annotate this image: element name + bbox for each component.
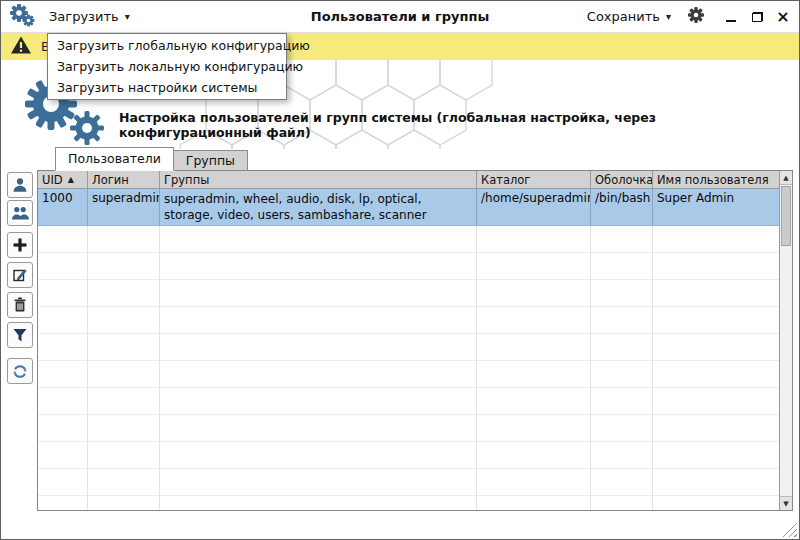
column-header-groups[interactable]: Группы bbox=[160, 171, 477, 188]
settings-gear-icon[interactable] bbox=[687, 6, 705, 28]
restore-icon bbox=[752, 12, 763, 22]
app-window: Загрузить ▾ Пользователи и группы Сохран… bbox=[0, 0, 800, 540]
resize-grip[interactable] bbox=[782, 522, 797, 537]
side-toolbar bbox=[7, 172, 33, 384]
filter-button[interactable] bbox=[7, 322, 33, 348]
save-menu-button[interactable]: Сохранить ▾ bbox=[585, 7, 673, 26]
table-header-row: UID ▲ Логин Группы Каталог Оболочка Имя … bbox=[38, 171, 779, 189]
group-button[interactable] bbox=[7, 200, 33, 226]
table-empty-area bbox=[38, 226, 779, 510]
column-divider bbox=[590, 226, 591, 510]
edit-button[interactable] bbox=[7, 262, 33, 288]
page-description: Настройка пользователей и групп системы … bbox=[119, 110, 779, 140]
cell-uid: 1000 bbox=[38, 189, 88, 225]
table-row[interactable]: 1000 superadmin superadmin, wheel, audio… bbox=[38, 189, 779, 226]
refresh-icon bbox=[11, 362, 29, 380]
load-dropdown-menu: Загрузить глобальную конфигурацию Загруз… bbox=[47, 33, 287, 100]
chevron-down-icon: ▾ bbox=[125, 11, 130, 22]
save-menu-label: Сохранить bbox=[587, 9, 660, 24]
cell-groups: superadmin, wheel, audio, disk, lp, opti… bbox=[160, 189, 477, 225]
close-icon: × bbox=[776, 9, 789, 25]
chevron-down-icon: ▾ bbox=[666, 11, 671, 22]
scroll-up-button[interactable]: ▲ bbox=[780, 171, 792, 185]
maximize-button[interactable] bbox=[749, 7, 765, 27]
scroll-down-button[interactable]: ▼ bbox=[780, 496, 792, 510]
tab-users[interactable]: Пользователи bbox=[55, 147, 174, 171]
scroll-up-icon: ▲ bbox=[783, 174, 788, 182]
column-divider bbox=[476, 226, 477, 510]
scroll-down-icon: ▼ bbox=[783, 500, 788, 508]
cell-shell: /bin/bash bbox=[591, 189, 653, 225]
vertical-scrollbar[interactable]: ▲ ▼ bbox=[779, 171, 792, 510]
close-button[interactable]: × bbox=[775, 7, 791, 27]
refresh-button[interactable] bbox=[7, 358, 33, 384]
load-menu-button[interactable]: Загрузить ▾ bbox=[47, 7, 132, 26]
cell-login: superadmin bbox=[88, 189, 160, 225]
column-header-fullname[interactable]: Имя пользователя bbox=[653, 171, 779, 188]
cell-fullname: Super Admin bbox=[653, 189, 779, 225]
scrollbar-thumb[interactable] bbox=[781, 186, 791, 246]
sort-asc-icon: ▲ bbox=[68, 175, 74, 184]
column-divider bbox=[159, 226, 160, 510]
add-button[interactable] bbox=[7, 232, 33, 258]
tab-groups[interactable]: Группы bbox=[174, 150, 248, 171]
load-menu-label: Загрузить bbox=[49, 9, 119, 24]
users-table: UID ▲ Логин Группы Каталог Оболочка Имя … bbox=[37, 170, 793, 511]
minimize-icon bbox=[726, 20, 736, 22]
trash-icon bbox=[11, 296, 29, 314]
warning-icon bbox=[10, 35, 32, 59]
column-header-directory[interactable]: Каталог bbox=[477, 171, 591, 188]
menu-item-load-system[interactable]: Загрузить настройки системы bbox=[48, 77, 286, 98]
cell-directory: /home/superadmin bbox=[477, 189, 591, 225]
users-group-icon bbox=[11, 204, 29, 222]
titlebar: Загрузить ▾ Пользователи и группы Сохран… bbox=[1, 1, 799, 33]
delete-button[interactable] bbox=[7, 292, 33, 318]
user-icon bbox=[11, 176, 29, 194]
user-account-button[interactable] bbox=[7, 172, 33, 198]
edit-icon bbox=[11, 266, 29, 284]
column-header-login[interactable]: Логин bbox=[88, 171, 160, 188]
column-divider bbox=[87, 226, 88, 510]
column-header-shell[interactable]: Оболочка bbox=[591, 171, 653, 188]
menu-item-load-global[interactable]: Загрузить глобальную конфигурацию bbox=[48, 35, 286, 56]
column-divider bbox=[652, 226, 653, 510]
tab-bar: Пользователи Группы bbox=[55, 147, 248, 171]
column-header-uid[interactable]: UID ▲ bbox=[38, 171, 88, 188]
plus-icon bbox=[11, 236, 29, 254]
filter-icon bbox=[11, 326, 29, 344]
minimize-button[interactable] bbox=[723, 7, 739, 27]
menu-item-load-local[interactable]: Загрузить локальную конфигурацию bbox=[48, 56, 286, 77]
app-gears-icon bbox=[9, 2, 35, 32]
